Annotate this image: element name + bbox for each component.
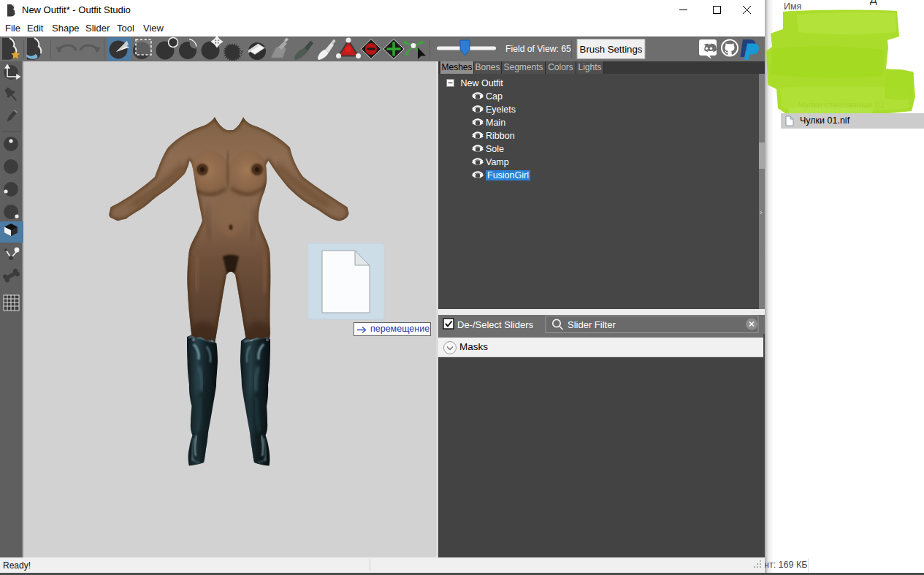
svg-text:Чулки стеклянные 01: Чулки стеклянные 01: [798, 100, 885, 110]
svg-text:Brush Settings: Brush Settings: [580, 44, 643, 55]
svg-text:De-/Select Sliders: De-/Select Sliders: [457, 319, 534, 330]
svg-text:Slider Filter: Slider Filter: [568, 319, 616, 330]
svg-text:Field of View: 65: Field of View: 65: [505, 44, 571, 54]
